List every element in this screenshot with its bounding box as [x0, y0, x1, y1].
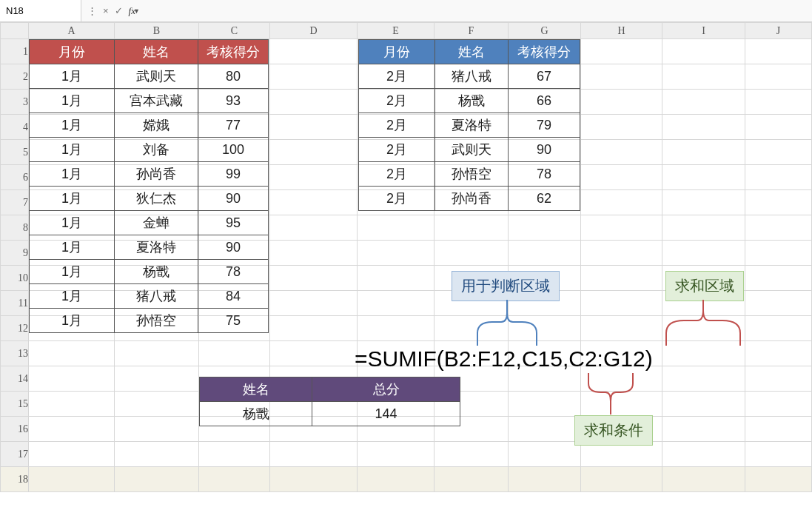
col-header[interactable]: B [115, 23, 199, 39]
grid-cell[interactable] [358, 291, 434, 316]
grid-cell[interactable] [29, 366, 115, 392]
grid-cell[interactable] [358, 266, 434, 291]
grid-cell[interactable] [199, 341, 270, 366]
row-header[interactable]: 8 [1, 215, 29, 241]
grid-cell[interactable] [581, 140, 662, 165]
grid-cell[interactable] [581, 165, 662, 190]
grid-cell[interactable] [358, 316, 434, 341]
grid-cell[interactable] [662, 140, 745, 165]
grid-cell[interactable] [581, 266, 662, 291]
grid-cell[interactable] [270, 165, 358, 190]
grid-cell[interactable] [509, 215, 581, 241]
grid-cell[interactable] [662, 115, 745, 140]
grid-cell[interactable] [115, 417, 199, 442]
grid-cell[interactable] [29, 341, 115, 366]
grid-cell[interactable] [745, 140, 812, 165]
col-header[interactable]: A [29, 23, 115, 39]
grid-cell[interactable] [662, 190, 745, 215]
row-header[interactable]: 5 [1, 140, 29, 165]
grid-cell[interactable] [270, 90, 358, 115]
col-header[interactable]: E [358, 23, 434, 39]
col-header[interactable]: F [434, 23, 509, 39]
grid-cell[interactable] [270, 266, 358, 291]
grid-cell[interactable] [29, 442, 115, 467]
grid-cell[interactable] [358, 215, 434, 241]
grid-cell[interactable] [745, 442, 812, 467]
grid-cell[interactable] [270, 190, 358, 215]
grid-cell[interactable] [358, 241, 434, 266]
grid-cell[interactable] [270, 215, 358, 241]
grid-cell[interactable] [581, 215, 662, 241]
formula-input[interactable] [141, 0, 812, 21]
grid-cell[interactable] [29, 392, 115, 417]
row-header[interactable]: 12 [1, 316, 29, 341]
grid-cell[interactable] [509, 467, 581, 492]
grid-cell[interactable] [581, 64, 662, 90]
grid-cell[interactable] [745, 39, 812, 64]
grid-cell[interactable] [662, 241, 745, 266]
grid-cell[interactable] [745, 215, 812, 241]
row-header[interactable]: 2 [1, 64, 29, 90]
grid-cell[interactable] [581, 241, 662, 266]
grid-cell[interactable] [581, 115, 662, 140]
grid-cell[interactable] [358, 442, 434, 467]
grid-cell[interactable] [270, 316, 358, 341]
col-header[interactable]: I [662, 23, 745, 39]
grid-cell[interactable] [509, 442, 581, 467]
row-header[interactable]: 4 [1, 115, 29, 140]
row-header[interactable]: 3 [1, 90, 29, 115]
row-header[interactable]: 13 [1, 341, 29, 366]
grid-cell[interactable] [581, 39, 662, 64]
col-header[interactable]: G [509, 23, 581, 39]
grid-cell[interactable] [662, 39, 745, 64]
grid-cell[interactable] [745, 115, 812, 140]
grid-cell[interactable] [509, 417, 581, 442]
row-header[interactable]: 11 [1, 291, 29, 316]
grid-cell[interactable] [509, 392, 581, 417]
grid-cell[interactable] [115, 392, 199, 417]
grid-cell[interactable] [29, 467, 115, 492]
row-header[interactable]: 17 [1, 442, 29, 467]
row-header[interactable]: 6 [1, 165, 29, 190]
grid-cell[interactable] [270, 39, 358, 64]
grid-cell[interactable] [745, 392, 812, 417]
col-header[interactable]: C [199, 23, 270, 39]
cancel-icon[interactable]: × [103, 5, 109, 16]
grid-cell[interactable] [115, 442, 199, 467]
grid-cell[interactable] [199, 467, 270, 492]
grid-cell[interactable] [270, 241, 358, 266]
grid-cell[interactable] [199, 442, 270, 467]
grid-cell[interactable] [115, 366, 199, 392]
grid-cell[interactable] [434, 241, 509, 266]
grid-cell[interactable] [662, 165, 745, 190]
grid-cell[interactable] [745, 64, 812, 90]
grid-cell[interactable] [270, 341, 358, 366]
grid-cell[interactable] [745, 90, 812, 115]
grid-cell[interactable] [581, 316, 662, 341]
grid-cell[interactable] [270, 291, 358, 316]
grid-cell[interactable] [270, 64, 358, 90]
grid-cell[interactable] [662, 442, 745, 467]
grid-cell[interactable] [581, 291, 662, 316]
dots-icon[interactable]: ⋮ [87, 5, 97, 16]
grid-cell[interactable] [434, 467, 509, 492]
grid-cell[interactable] [270, 442, 358, 467]
grid-cell[interactable] [270, 115, 358, 140]
name-box[interactable]: ▼ [0, 0, 81, 21]
grid-cell[interactable] [358, 467, 434, 492]
grid-cell[interactable] [745, 266, 812, 291]
grid-cell[interactable] [662, 467, 745, 492]
grid-cell[interactable] [745, 316, 812, 341]
row-header[interactable]: 1 [1, 39, 29, 64]
grid-cell[interactable] [662, 215, 745, 241]
grid-cell[interactable] [270, 467, 358, 492]
grid-cell[interactable] [745, 366, 812, 392]
grid-cell[interactable] [662, 417, 745, 442]
row-header[interactable]: 14 [1, 366, 29, 392]
grid-cell[interactable] [29, 417, 115, 442]
row-header[interactable]: 16 [1, 417, 29, 442]
grid-cell[interactable] [115, 341, 199, 366]
grid-cell[interactable] [745, 341, 812, 366]
grid-cell[interactable] [662, 392, 745, 417]
confirm-icon[interactable]: ✓ [115, 5, 123, 16]
